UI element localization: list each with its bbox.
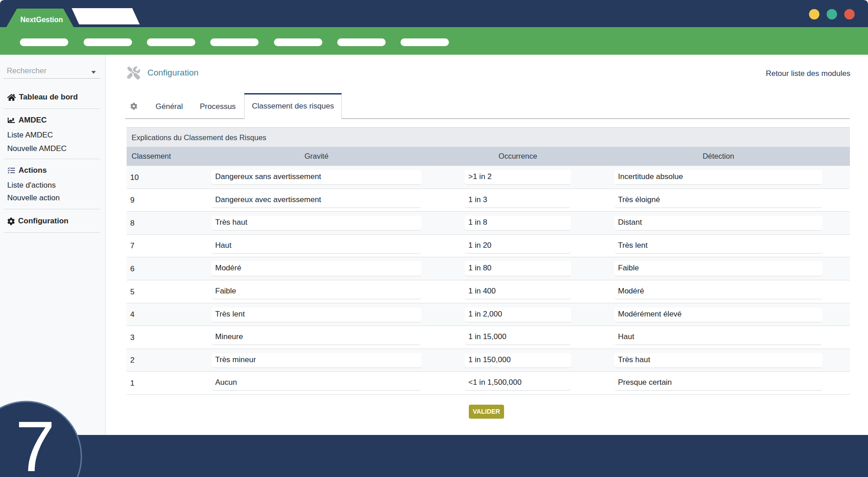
svg-text:NextGestion: NextGestion — [20, 16, 63, 24]
svg-text:7: 7 — [15, 406, 55, 477]
